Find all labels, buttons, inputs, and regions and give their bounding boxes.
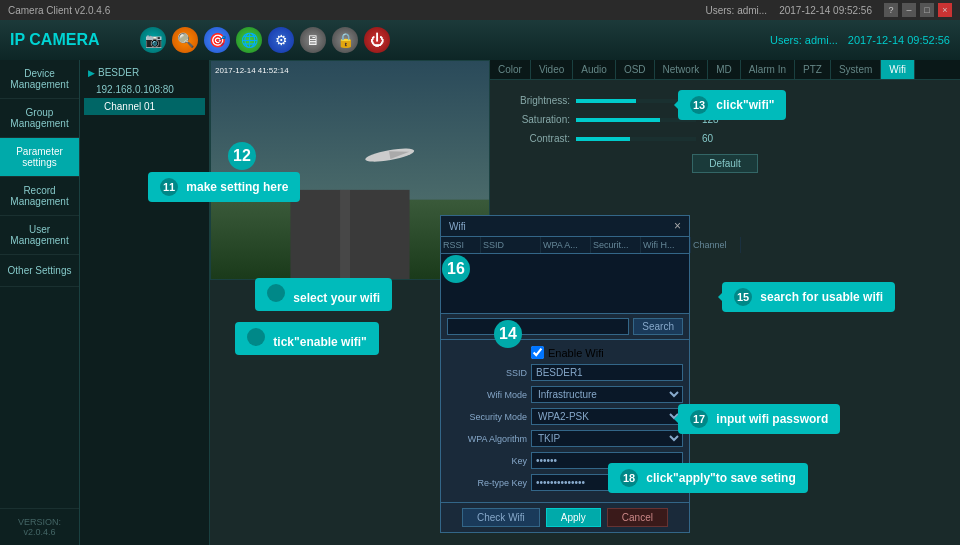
dialog-footer: Check Wifi Apply Cancel <box>441 502 689 532</box>
search-button[interactable]: Search <box>633 318 683 335</box>
header-datetime: 2017-12-14 09:52:56 <box>848 34 950 46</box>
close-button[interactable]: × <box>938 3 952 17</box>
dialog-title: Wifi <box>449 221 466 232</box>
sidebar-item-group[interactable]: Group Management <box>0 99 79 138</box>
tab-color[interactable]: Color <box>490 60 531 79</box>
main-container: Device Management Group Management Param… <box>0 60 960 545</box>
tab-wifi[interactable]: Wifi <box>881 60 915 79</box>
ssid-input[interactable] <box>531 364 683 381</box>
sidebar-item-device[interactable]: Device Management <box>0 60 79 99</box>
contrast-row: Contrast: 60 <box>500 133 950 144</box>
header: IP CAMERA 📷 🔍 🎯 🌐 ⚙ 🖥 🔒 ⏻ Users: admi...… <box>0 20 960 60</box>
title-bar-right: Users: admi... 2017-12-14 09:52:56 ? – □… <box>705 3 952 17</box>
wifi-search-input[interactable] <box>447 318 629 335</box>
wifi-table-header: RSSI SSID WPA A... Securit... Wifi H... … <box>441 237 689 254</box>
camera-tree: ▶ BESDER 192.168.0.108:80 Channel 01 <box>80 60 210 545</box>
enable-wifi-checkbox[interactable] <box>531 346 544 359</box>
tree-item-channel[interactable]: Channel 01 <box>84 98 205 115</box>
tab-system[interactable]: System <box>831 60 881 79</box>
annotation-15: search for usable wifi <box>722 282 895 312</box>
tab-ptz[interactable]: PTZ <box>795 60 831 79</box>
tab-network[interactable]: Network <box>655 60 709 79</box>
annotation-select-wifi: select your wifi <box>255 278 392 311</box>
sidebar-item-user[interactable]: User Management <box>0 216 79 255</box>
help-button[interactable]: ? <box>884 3 898 17</box>
header-right: Users: admi... 2017-12-14 09:52:56 <box>770 34 950 46</box>
content-area: ▶ BESDER 192.168.0.108:80 Channel 01 <box>80 60 960 545</box>
wifi-mode-select[interactable]: Infrastructure <box>531 386 683 403</box>
header-icons: 📷 🔍 🎯 🌐 ⚙ 🖥 🔒 ⏻ <box>140 27 390 53</box>
badge-16: 16 <box>442 255 470 283</box>
window-controls: ? – □ × <box>884 3 952 17</box>
wifi-mode-row: Wifi Mode Infrastructure <box>447 386 683 403</box>
sidebar-item-other[interactable]: Other Settings <box>0 255 79 287</box>
tabs-area: Color Video Audio OSD Network MD Alarm I… <box>490 60 960 80</box>
wpa-alg-row: WPA Algorithm TKIP <box>447 430 683 447</box>
dialog-close-button[interactable]: × <box>674 219 681 233</box>
logo-area: IP CAMERA <box>10 32 130 48</box>
tab-osd[interactable]: OSD <box>616 60 655 79</box>
maximize-button[interactable]: □ <box>920 3 934 17</box>
monitor-icon[interactable]: 🖥 <box>300 27 326 53</box>
search-icon[interactable]: 🔍 <box>172 27 198 53</box>
apply-button[interactable]: Apply <box>546 508 601 527</box>
contrast-value: 60 <box>702 133 727 144</box>
logo-text: IP CAMERA <box>10 32 100 48</box>
saturation-fill <box>576 118 660 122</box>
users-display: Users: admi... <box>770 34 838 46</box>
security-mode-select[interactable]: WPA2-PSK <box>531 408 683 425</box>
config-icon[interactable]: ⚙ <box>268 27 294 53</box>
wpa-alg-label: WPA Algorithm <box>447 434 527 444</box>
wheel-icon[interactable]: 🎯 <box>204 27 230 53</box>
default-button[interactable]: Default <box>692 154 758 173</box>
contrast-fill <box>576 137 630 141</box>
badge-14: 14 <box>494 320 522 348</box>
th-wifih: Wifi H... <box>641 237 691 253</box>
tree-item-ip[interactable]: 192.168.0.108:80 <box>84 81 205 98</box>
wifi-mode-label: Wifi Mode <box>447 390 527 400</box>
tab-video[interactable]: Video <box>531 60 573 79</box>
brightness-fill <box>576 99 636 103</box>
annotation-17: input wifi password <box>678 404 840 434</box>
users-label: Users: admi... <box>705 5 767 16</box>
sidebar: Device Management Group Management Param… <box>0 60 80 545</box>
security-mode-row: Security Mode WPA2-PSK <box>447 408 683 425</box>
th-wpa: WPA A... <box>541 237 591 253</box>
lock-icon[interactable]: 🔒 <box>332 27 358 53</box>
ssid-row: SSID <box>447 364 683 381</box>
wifi-table-body[interactable] <box>441 254 689 314</box>
th-rssi: RSSI <box>441 237 481 253</box>
retype-label: Re-type Key <box>447 478 527 488</box>
svg-text:2017-12-14 41:52:14: 2017-12-14 41:52:14 <box>215 66 289 75</box>
sidebar-item-parameter[interactable]: Parameter settings <box>0 138 79 177</box>
sidebar-version: VERSION: v2.0.4.6 <box>0 508 79 545</box>
tab-md[interactable]: MD <box>708 60 741 79</box>
cancel-button[interactable]: Cancel <box>607 508 668 527</box>
camera-icon[interactable]: 📷 <box>140 27 166 53</box>
minimize-button[interactable]: – <box>902 3 916 17</box>
annotation-11: make setting here <box>148 172 300 202</box>
contrast-label: Contrast: <box>500 133 570 144</box>
tab-alarm[interactable]: Alarm In <box>741 60 795 79</box>
dialog-titlebar: Wifi × <box>441 216 689 237</box>
tab-audio[interactable]: Audio <box>573 60 616 79</box>
enable-wifi-label: Enable Wifi <box>548 347 604 359</box>
th-channel: Channel <box>691 237 741 253</box>
wpa-alg-select[interactable]: TKIP <box>531 430 683 447</box>
saturation-label: Saturation: <box>500 114 570 125</box>
key-label: Key <box>447 456 527 466</box>
svg-rect-3 <box>340 190 350 279</box>
tabs-bar: Color Video Audio OSD Network MD Alarm I… <box>490 60 960 80</box>
th-security: Securit... <box>591 237 641 253</box>
globe-icon[interactable]: 🌐 <box>236 27 262 53</box>
contrast-slider[interactable] <box>576 137 696 141</box>
expand-icon: ▶ <box>88 68 95 78</box>
wifi-search-row: Search <box>441 314 689 340</box>
enable-wifi-row: Enable Wifi <box>447 346 683 359</box>
tree-item-besder[interactable]: ▶ BESDER <box>84 64 205 81</box>
sidebar-item-record[interactable]: Record Management <box>0 177 79 216</box>
ssid-label: SSID <box>447 368 527 378</box>
annotation-18: click"apply"to save seting <box>608 463 808 493</box>
power-icon[interactable]: ⏻ <box>364 27 390 53</box>
check-wifi-button[interactable]: Check Wifi <box>462 508 540 527</box>
